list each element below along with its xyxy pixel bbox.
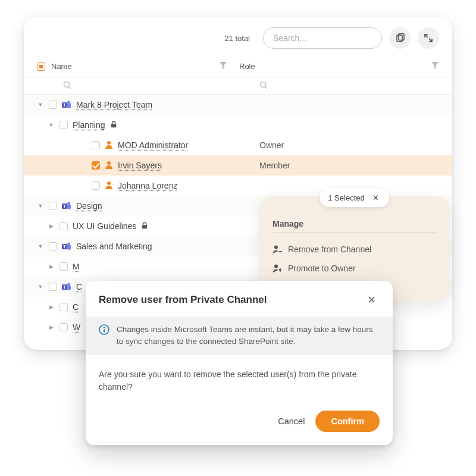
dialog-info-text: Changes inside Microsoft Teams are insta… <box>117 324 380 348</box>
cancel-button[interactable]: Cancel <box>278 416 305 426</box>
caret-icon[interactable]: ▶ <box>48 223 55 229</box>
row-label[interactable]: Mark 8 Project Team <box>76 100 152 109</box>
panel-title: Manage <box>273 219 437 228</box>
row-checkbox[interactable] <box>49 202 57 210</box>
dialog-title: Remove user from Private Channel <box>99 294 267 306</box>
row-checkbox[interactable] <box>60 121 68 129</box>
filter-row <box>24 77 452 95</box>
filter-role-input[interactable] <box>259 81 439 92</box>
action-remove-from-channel[interactable]: Remove from Channel <box>273 240 437 259</box>
select-all-checkbox[interactable] <box>37 62 45 71</box>
expand-icon <box>424 33 433 43</box>
row-label[interactable]: C <box>73 302 79 312</box>
filter-name-input[interactable] <box>63 81 259 92</box>
copy-button[interactable] <box>389 27 411 49</box>
teams-icon <box>62 100 71 109</box>
lock-icon <box>110 120 117 130</box>
row-checkbox[interactable] <box>49 101 57 109</box>
lock-icon <box>141 221 148 231</box>
column-header: Name Role <box>24 56 452 77</box>
person-icon <box>105 140 113 151</box>
row-label[interactable]: Johanna Lorenz <box>118 181 177 190</box>
row-checkbox[interactable] <box>60 262 68 271</box>
person-minus-icon <box>273 245 282 254</box>
selection-pill: 1 Selected ✕ <box>320 188 389 207</box>
total-count: 21 total <box>224 34 250 43</box>
row-label[interactable]: Irvin Sayers <box>118 161 162 170</box>
table-row[interactable]: ▼ Irvin Sayers Member <box>24 155 452 176</box>
table-row[interactable]: ▼ Planning <box>24 115 452 135</box>
filter-name-button[interactable] <box>219 61 227 71</box>
search-icon <box>259 81 268 89</box>
filter-role-button[interactable] <box>431 61 439 71</box>
row-checkbox[interactable] <box>92 141 100 149</box>
row-checkbox[interactable] <box>92 181 100 190</box>
row-label[interactable]: C <box>76 282 82 292</box>
row-label[interactable]: MOD Administrator <box>118 140 188 150</box>
row-checkbox[interactable] <box>60 303 68 311</box>
funnel-icon <box>219 61 227 70</box>
search-input[interactable]: Search... <box>263 27 382 49</box>
expand-button[interactable] <box>418 27 439 49</box>
caret-icon[interactable]: ▼ <box>37 102 44 108</box>
person-icon <box>105 161 113 171</box>
caret-icon[interactable]: ▶ <box>48 324 55 330</box>
caret-icon[interactable]: ▼ <box>37 284 44 290</box>
funnel-icon <box>431 61 439 70</box>
caret-icon[interactable]: ▶ <box>48 264 55 270</box>
dialog-body: Are you sure you want to remove the sele… <box>86 355 393 407</box>
row-checkbox[interactable] <box>49 283 57 291</box>
confirm-button[interactable]: Confirm <box>315 411 380 432</box>
search-icon <box>63 81 71 89</box>
action-promote-to-owner[interactable]: Promote to Owner <box>273 259 437 278</box>
row-checkbox[interactable] <box>60 222 68 230</box>
row-label[interactable]: M <box>73 262 80 271</box>
header: 21 total Search... <box>24 27 452 56</box>
selection-count: 1 Selected <box>328 193 364 202</box>
divider <box>273 232 437 233</box>
row-checkbox[interactable] <box>60 323 68 331</box>
row-role: Member <box>259 161 439 170</box>
row-label[interactable]: Planning <box>73 120 105 130</box>
table-row[interactable]: ▼ MOD Administrator Owner <box>24 135 452 155</box>
teams-icon <box>62 282 71 292</box>
column-name-label: Name <box>51 62 72 71</box>
clear-selection-button[interactable]: ✕ <box>371 192 381 203</box>
row-checkbox[interactable] <box>49 242 57 250</box>
row-role: Owner <box>259 140 439 150</box>
row-label[interactable]: UX UI Guidelines <box>73 221 136 231</box>
dialog-info-banner: Changes inside Microsoft Teams are insta… <box>86 317 393 355</box>
column-role-label: Role <box>239 62 255 71</box>
dialog-close-button[interactable]: ✕ <box>363 292 380 308</box>
teams-icon <box>62 242 71 251</box>
person-up-icon <box>273 264 282 273</box>
confirm-dialog: Remove user from Private Channel ✕ Chang… <box>86 281 393 445</box>
caret-icon[interactable]: ▶ <box>48 304 55 310</box>
copy-icon <box>395 33 405 43</box>
row-label[interactable]: W <box>73 322 80 332</box>
caret-icon[interactable]: ▼ <box>48 122 55 128</box>
person-icon <box>105 181 113 191</box>
teams-icon <box>62 201 71 211</box>
info-icon <box>99 324 109 335</box>
caret-icon[interactable]: ▼ <box>37 203 44 209</box>
table-row[interactable]: ▼ Mark 8 Project Team <box>24 95 452 115</box>
row-label[interactable]: Design <box>76 201 102 211</box>
row-checkbox[interactable] <box>92 161 100 170</box>
caret-icon[interactable]: ▼ <box>37 243 44 249</box>
row-label[interactable]: Sales and Marketing <box>76 242 152 251</box>
